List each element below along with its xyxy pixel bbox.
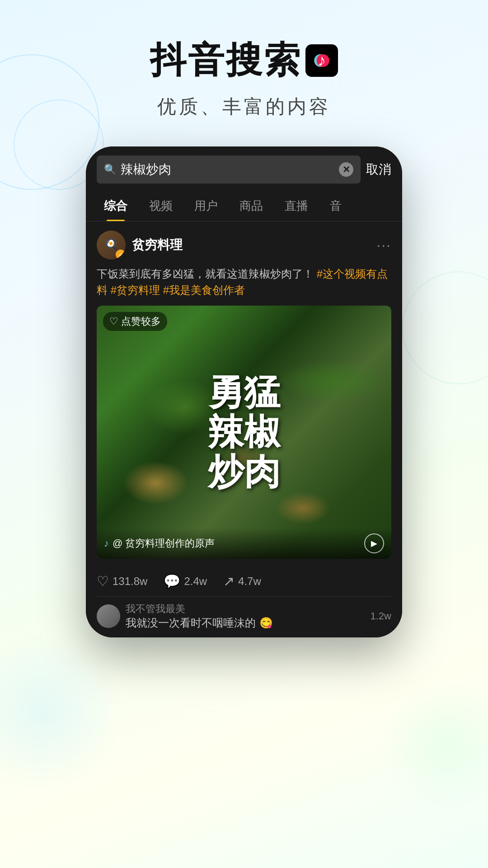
likes-badge-text: 点赞较多 xyxy=(121,315,161,328)
user-avatar: 🍳 ✓ xyxy=(97,231,126,259)
tiktok-small-icon: ♪ xyxy=(104,538,109,549)
comment-content: 我不管我最美 我就没一次看时不咽唾沫的 😋 xyxy=(126,602,365,630)
tab-用户[interactable]: 用户 xyxy=(183,191,229,221)
action-bar: ♡ 131.8w 💬 2.4w ↗ 4.7w xyxy=(97,567,391,596)
username-label: 贫穷料理 xyxy=(132,236,370,254)
share-icon: ↗ xyxy=(223,573,235,589)
comment-like-count: 1.2w xyxy=(371,610,391,622)
phone-mockup: 🔍 辣椒炒肉 ✕ 取消 综合 视频 用户 商品 直播 音 xyxy=(86,146,402,637)
likes-badge: ♡ 点赞较多 xyxy=(103,312,167,331)
tab-视频[interactable]: 视频 xyxy=(138,191,183,221)
cancel-button[interactable]: 取消 xyxy=(366,161,391,178)
like-icon: ♡ xyxy=(97,573,109,589)
commenter-name: 我不管我最美 xyxy=(126,602,365,616)
phone-wrapper: 🔍 辣椒炒肉 ✕ 取消 综合 视频 用户 商品 直播 音 xyxy=(0,146,488,637)
comment-emoji: 😋 xyxy=(259,617,273,629)
title-row: 抖音搜索 ♪ xyxy=(0,36,488,85)
tiktok-logo-icon: ♪ xyxy=(305,44,338,77)
comment-count: 2.4w xyxy=(184,575,207,588)
desc-text: 下饭菜到底有多凶猛，就看这道辣椒炒肉了！ xyxy=(97,268,314,280)
tab-直播[interactable]: 直播 xyxy=(274,191,319,221)
search-content: 🍳 ✓ 贫穷料理 ··· 下饭菜到底有多凶猛，就看这道辣椒炒肉了！ #这个视频有… xyxy=(86,222,402,637)
clear-search-button[interactable]: ✕ xyxy=(339,162,353,177)
like-action[interactable]: ♡ 131.8w xyxy=(97,573,147,589)
comment-text: 我就没一次看时不咽唾沫的 😋 xyxy=(126,616,365,630)
search-bar: 🔍 辣椒炒肉 ✕ 取消 xyxy=(86,146,402,191)
comment-icon: 💬 xyxy=(164,573,180,589)
audio-label: @ 贫穷料理创作的原声 xyxy=(113,537,361,550)
video-title-text: 勇猛辣椒炒肉 xyxy=(208,373,280,492)
post-user-row: 🍳 ✓ 贫穷料理 ··· xyxy=(97,231,391,259)
tab-音[interactable]: 音 xyxy=(319,191,352,221)
main-title: 抖音搜索 xyxy=(150,36,302,85)
tiktok-note-icon: ♪ xyxy=(318,51,326,70)
bg-blob-1 xyxy=(0,633,122,791)
comment-preview: 我不管我最美 我就没一次看时不咽唾沫的 😋 1.2w xyxy=(97,596,391,637)
search-tabs: 综合 视频 用户 商品 直播 音 xyxy=(86,191,402,222)
tab-商品[interactable]: 商品 xyxy=(229,191,274,221)
video-bottom-bar: ♪ @ 贫穷料理创作的原声 ▶ xyxy=(97,528,391,559)
comment-action[interactable]: 💬 2.4w xyxy=(164,573,207,589)
tab-综合[interactable]: 综合 xyxy=(93,191,138,221)
video-image: 勇猛辣椒炒肉 ♡ 点赞较多 ♪ @ 贫穷料理创作的原声 ▶ xyxy=(97,306,391,559)
share-count: 4.7w xyxy=(238,575,261,588)
play-button[interactable]: ▶ xyxy=(364,533,384,553)
video-text-overlay: 勇猛辣椒炒肉 xyxy=(97,306,391,559)
subtitle: 优质、丰富的内容 xyxy=(0,94,488,119)
verified-badge-icon: ✓ xyxy=(116,250,126,259)
commenter-avatar xyxy=(97,604,120,628)
search-query-text: 辣椒炒肉 xyxy=(121,161,334,178)
heart-icon: ♡ xyxy=(109,316,118,327)
share-action[interactable]: ↗ 4.7w xyxy=(223,573,261,589)
bg-blob-2 xyxy=(380,678,488,814)
more-options-button[interactable]: ··· xyxy=(376,237,391,254)
search-icon: 🔍 xyxy=(104,164,116,175)
like-count: 131.8w xyxy=(113,575,147,588)
post-description: 下饭菜到底有多凶猛，就看这道辣椒炒肉了！ #这个视频有点料 #贫穷料理 #我是美… xyxy=(97,266,391,298)
search-input-wrapper[interactable]: 🔍 辣椒炒肉 ✕ xyxy=(97,156,361,184)
video-thumbnail[interactable]: 勇猛辣椒炒肉 ♡ 点赞较多 ♪ @ 贫穷料理创作的原声 ▶ xyxy=(97,306,391,559)
play-icon: ▶ xyxy=(371,538,377,548)
header: 抖音搜索 ♪ 优质、丰富的内容 xyxy=(0,0,488,137)
